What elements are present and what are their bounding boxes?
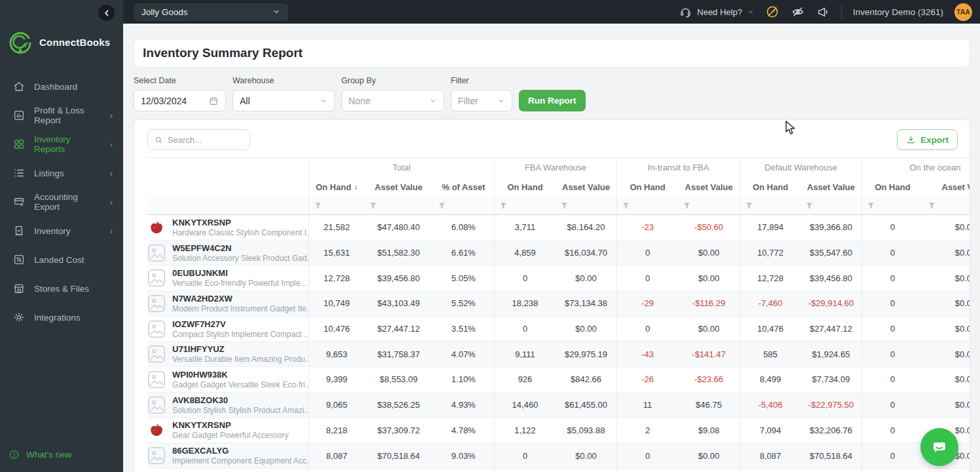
column-header[interactable]: On Hand: [616, 176, 678, 197]
filter-funnel-icon: [500, 203, 507, 209]
value-cell: 11: [616, 393, 678, 418]
search-box[interactable]: [147, 129, 250, 150]
value-cell: 12,728: [740, 266, 801, 290]
column-filter-button[interactable]: [494, 197, 556, 214]
need-help-button[interactable]: Need Help?: [679, 6, 754, 18]
product-description: Hardware Classic Stylish Component I...: [172, 228, 303, 237]
group-header: Default Warehouse: [740, 158, 861, 176]
product-cell: W5EPFW4C2NSolution Accessory Sleek Produ…: [147, 241, 309, 266]
table-row[interactable]: U95CHD4B3B: [147, 469, 970, 472]
column-header[interactable]: On Hand: [494, 176, 556, 197]
topbar: Jolly Goods Need Help?: [123, 0, 980, 24]
image-placeholder-icon: [147, 446, 166, 465]
column-filter-button[interactable]: [433, 197, 494, 214]
sidebar-item-stores-files[interactable]: Stores & Files: [0, 274, 123, 303]
export-button[interactable]: Export: [897, 129, 958, 150]
value-cell: [556, 469, 616, 472]
whats-new-button[interactable]: What's new: [9, 449, 71, 460]
value-cell: $29,975.19: [556, 342, 616, 366]
column-header[interactable]: Asset Value: [678, 176, 740, 197]
value-cell: 12,728: [309, 266, 364, 290]
gauge-off-icon[interactable]: [765, 5, 780, 19]
value-cell: 9,065: [309, 393, 364, 418]
value-cell: -$22,975.50: [801, 393, 861, 418]
table-row[interactable]: N7WA2HD2XWModern Product Instrument Gadg…: [147, 291, 970, 317]
column-header[interactable]: On Hand: [861, 176, 923, 197]
column-header[interactable]: Asset Value: [364, 176, 433, 197]
sidebar-item-listings[interactable]: Listings ›: [0, 159, 123, 187]
sidebar-item-inventory-reports[interactable]: Inventory Reports ›: [0, 130, 123, 159]
chevron-down-icon: [429, 97, 437, 105]
warehouse-select[interactable]: All: [233, 90, 335, 111]
value-cell: 18,238: [494, 291, 556, 316]
value-cell: [309, 469, 364, 472]
value-cell: -$141.47: [678, 342, 740, 366]
sidebar-collapse-button[interactable]: [98, 5, 115, 21]
column-header[interactable]: % of Asset: [433, 176, 494, 197]
eye-off-icon[interactable]: [791, 5, 805, 19]
column-filter-button[interactable]: [364, 197, 433, 214]
column-header[interactable]: Asset Value: [556, 176, 616, 197]
table-row[interactable]: KNKYTXRSNPGear Gadget Powerful Accessory…: [147, 418, 970, 444]
column-filter-button[interactable]: [556, 197, 616, 214]
value-cell: 0: [861, 215, 923, 240]
column-filter-button[interactable]: [923, 197, 970, 214]
select-date-group: Select Date 12/03/2024: [134, 76, 226, 111]
gear-icon: [13, 311, 25, 323]
value-cell: 9,653: [309, 342, 364, 366]
value-cell: $70,518.64: [364, 443, 433, 468]
company-select[interactable]: Jolly Goods: [134, 3, 288, 21]
table-row[interactable]: WPI0HW938KGadget Gadget Versatile Sleek …: [147, 367, 970, 393]
column-header[interactable]: Asset Value: [923, 176, 970, 197]
sidebar-item-dashboard[interactable]: Dashboard: [0, 72, 123, 101]
table-row[interactable]: IOZWF7H27VCompact Stylish Implement Comp…: [147, 317, 970, 342]
value-cell: 0: [861, 266, 923, 290]
headset-icon: [679, 6, 692, 18]
store-icon: [13, 283, 25, 294]
sidebar-item-landed-cost[interactable]: Landed Cost: [0, 245, 123, 274]
search-input[interactable]: [168, 135, 243, 145]
product-sku: N7WA2HD2XW: [172, 294, 303, 304]
value-cell: -5,406: [740, 393, 801, 418]
report-title-card: Inventory Summary Report: [134, 39, 970, 68]
column-filter-button[interactable]: [861, 197, 923, 214]
chevron-right-icon: ›: [110, 168, 113, 178]
group-by-select[interactable]: None: [341, 90, 444, 111]
column-filter-button[interactable]: [678, 197, 740, 214]
chat-widget-button[interactable]: [920, 428, 958, 466]
sidebar-item-inventory[interactable]: Inventory ›: [0, 216, 123, 245]
table-row[interactable]: U71IHFYYUZVersatile Durable Item Amazing…: [147, 342, 970, 367]
table-row[interactable]: W5EPFW4C2NSolution Accessory Sleek Produ…: [147, 241, 970, 266]
table-row[interactable]: 86GEXCALYGImplement Component Equipment …: [147, 443, 970, 469]
value-cell: $0.00: [923, 342, 970, 366]
column-filter-button[interactable]: [616, 197, 678, 214]
column-header[interactable]: Asset Value: [801, 176, 861, 197]
value-cell: 10,476: [740, 317, 801, 342]
table-row[interactable]: AVK8BZOK30Solution Stylish Stylish Produ…: [147, 393, 970, 418]
main-area: Jolly Goods Need Help?: [123, 0, 980, 472]
page-title: Inventory Summary Report: [143, 46, 303, 60]
filter-select[interactable]: Filter: [451, 90, 512, 111]
sidebar-item-profit-loss-report[interactable]: Profit & Loss Report ›: [0, 101, 123, 130]
column-filter-button[interactable]: [801, 197, 861, 214]
chevron-down-icon: [747, 9, 754, 15]
column-header[interactable]: On Hand: [740, 176, 801, 197]
column-filter-button[interactable]: [740, 197, 801, 214]
table-row[interactable]: 0EUBUJNKMIVersatile Eco-friendly Powerfu…: [147, 266, 970, 291]
megaphone-icon[interactable]: [816, 5, 830, 19]
column-header[interactable]: On Hand↓: [309, 176, 364, 197]
column-filter-button[interactable]: [309, 197, 364, 214]
avatar[interactable]: TAA: [954, 3, 972, 21]
value-cell: $0.00: [678, 266, 740, 290]
app-window: ConnectBooks Dashboard Profit & Loss Rep…: [0, 0, 980, 472]
table-row[interactable]: KNKYTXRSNPHardware Classic Stylish Compo…: [147, 215, 970, 241]
product-sku: KNKYTXRSNP: [172, 218, 303, 227]
chat-bubble-icon: [930, 438, 949, 456]
sidebar-item-accounting-export[interactable]: Accounting Export ›: [0, 187, 123, 216]
value-cell: 0: [861, 367, 923, 392]
sidebar-item-integrations[interactable]: Integrations: [0, 303, 123, 332]
run-report-button[interactable]: Run Report: [519, 90, 586, 111]
date-input[interactable]: 12/03/2024: [134, 90, 226, 111]
filter-funnel-icon: [622, 203, 630, 209]
value-cell: $0.00: [556, 266, 616, 290]
